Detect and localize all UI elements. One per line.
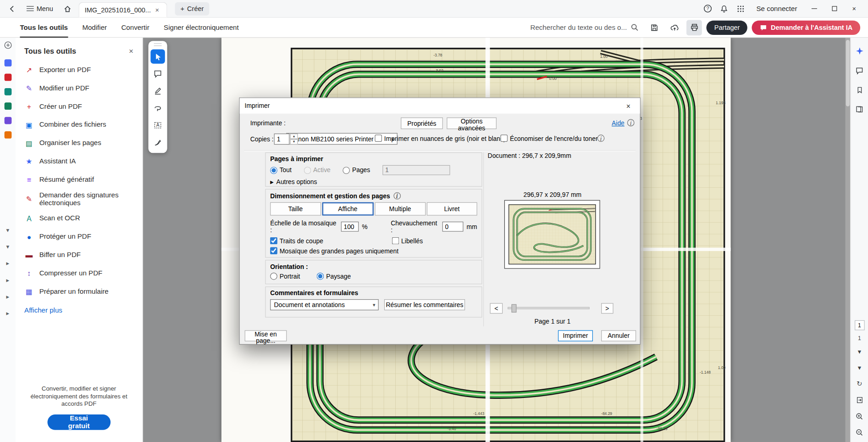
cancel-button[interactable]: Annuler (601, 330, 636, 341)
more-options-expander[interactable]: ▶ Autres options (270, 179, 477, 185)
page-mode-livret[interactable]: Livret (426, 202, 477, 216)
preview-prev-button[interactable]: < (490, 303, 503, 313)
comments-forms-select[interactable]: Document et annotations ▾ (270, 299, 379, 310)
vertical-scrollbar[interactable] (846, 38, 851, 442)
sidebar-item[interactable]: ▣Combiner des fichiers (16, 116, 142, 134)
sidebar-item[interactable]: ★Assistant IA (16, 152, 142, 171)
toolbar-tab-modifier[interactable]: Modifier (82, 17, 107, 37)
rotate-refresh-icon[interactable]: ↻ (853, 379, 866, 390)
comment-tool-button[interactable] (150, 67, 165, 81)
fit-page-icon[interactable] (853, 395, 866, 406)
help-info-icon[interactable]: i (627, 119, 635, 127)
summarize-comments-button[interactable]: Résumer les commentaires (384, 299, 465, 310)
tool-shortcut-purple-icon[interactable] (4, 117, 11, 124)
portrait-radio[interactable] (270, 273, 277, 280)
pages-active-radio[interactable] (304, 167, 311, 174)
document-tab[interactable]: IMG_20251016_000... × (78, 2, 167, 17)
toolbar-tab-tous-les-outils[interactable]: Tous les outils (20, 17, 68, 37)
ink-info-icon[interactable]: i (597, 134, 605, 142)
search-input[interactable]: Rechercher du texte ou des o... (527, 21, 642, 34)
sidebar-item[interactable]: ▦Préparer un formulaire (16, 282, 142, 301)
sidebar-item[interactable]: ≡Résumé génératif (16, 171, 142, 189)
copies-increment-icon[interactable]: ▲ (290, 134, 298, 139)
tile-large-pages-checkbox[interactable]: Mosaïque des grandes pages uniquement (270, 247, 398, 254)
help-link[interactable]: Aide (612, 120, 625, 126)
sidebar-item[interactable]: ▤Organiser les pages (16, 134, 142, 152)
print-dialog-titlebar[interactable]: Imprimer (240, 98, 640, 114)
labels-input[interactable] (392, 237, 399, 245)
back-icon[interactable] (6, 2, 19, 15)
labels-checkbox[interactable]: Libellés (392, 237, 423, 245)
pages-range-input[interactable] (382, 165, 450, 175)
cloud-upload-button[interactable] (667, 20, 682, 35)
orientation-portrait[interactable]: Portrait (270, 273, 300, 280)
chevron-right-icon[interactable]: ▸ (6, 260, 10, 267)
help-icon[interactable]: ? (701, 2, 714, 15)
save-ink-checkbox-input[interactable] (500, 134, 508, 142)
lasso-tool-button[interactable] (150, 101, 165, 115)
ai-assistant-button[interactable]: Demander à l'Assistant IA (752, 20, 860, 34)
edit-text-tool-button[interactable]: A (150, 118, 165, 132)
pages-option-tout[interactable]: Tout (270, 167, 292, 174)
chevron-right-icon[interactable]: ▸ (6, 276, 10, 284)
sidebar-item[interactable]: +Créer un PDF (16, 97, 142, 116)
copies-decrement-icon[interactable]: ▼ (290, 139, 298, 145)
pages-tout-radio[interactable] (270, 167, 277, 174)
comments-panel-icon[interactable] (853, 65, 866, 76)
slider-handle[interactable] (512, 304, 517, 313)
sidebar-item[interactable]: ↗Exporter un PDF (16, 61, 142, 79)
chevron-right-icon[interactable]: ▸ (6, 310, 10, 317)
tool-shortcut-blue-icon[interactable] (4, 59, 11, 67)
add-tools-icon[interactable] (3, 40, 13, 50)
zoom-in-icon[interactable] (853, 411, 866, 422)
sidebar-item[interactable]: ✎Modifier un PDF (16, 79, 142, 98)
maximize-button[interactable] (826, 1, 842, 16)
fill-sign-tool-button[interactable] (150, 135, 165, 150)
pages-option-pages[interactable]: Pages (343, 167, 370, 174)
pages-pages-radio[interactable] (343, 167, 350, 174)
grayscale-checkbox-input[interactable] (375, 134, 382, 142)
scrollbar-thumb[interactable] (846, 40, 850, 106)
toolbar-tab-signer-lectroniquement[interactable]: Signer électroniquement (164, 17, 239, 37)
share-button[interactable]: Partager (707, 20, 747, 34)
select-tool-button[interactable] (150, 49, 165, 63)
overlap-input[interactable] (442, 222, 463, 232)
print-dialog-close-icon[interactable]: × (617, 98, 640, 114)
paysage-radio[interactable] (317, 273, 324, 280)
cut-marks-input[interactable] (270, 237, 277, 245)
tool-shortcut-red-icon[interactable] (4, 74, 11, 81)
copies-input[interactable] (274, 134, 290, 145)
tile-scale-input[interactable] (341, 222, 359, 232)
grayscale-checkbox[interactable]: Imprimer en nuances de gris (noir et bla… (375, 134, 505, 142)
sidebar-item[interactable]: ↕Compresser un PDF (16, 264, 142, 283)
orientation-paysage[interactable]: Paysage (317, 273, 351, 280)
app-grid-icon[interactable] (734, 2, 747, 15)
sidebar-item[interactable]: ▬Biffer un PDF (16, 246, 142, 264)
sidebar-item[interactable]: AScan et OCR (16, 209, 142, 228)
sidebar-item[interactable]: ●Protéger un PDF (16, 228, 142, 246)
save-button[interactable] (647, 20, 663, 35)
menu-button[interactable]: Menu (23, 2, 56, 15)
sidebar-item[interactable]: ✎Demander des signatures électroniques (16, 189, 142, 209)
tool-shortcut-teal-icon[interactable] (4, 88, 11, 95)
close-window-button[interactable]: × (846, 1, 862, 16)
free-trial-button[interactable]: Essai gratuit (47, 414, 111, 430)
sizing-info-icon[interactable]: i (393, 192, 401, 200)
show-more-link[interactable]: Afficher plus (16, 301, 142, 319)
chevron-down-icon[interactable]: ▾ (6, 227, 10, 234)
tool-shortcut-green-icon[interactable] (4, 102, 11, 110)
palette-grip-handle[interactable] (154, 43, 162, 46)
advanced-options-button[interactable]: Options avancées (447, 117, 497, 129)
next-view-chevron-icon[interactable]: ▾ (853, 363, 866, 374)
previous-view-chevron-icon[interactable]: ▾ (853, 347, 866, 358)
page-mode-affiche[interactable]: Affiche (322, 202, 374, 216)
current-page-input[interactable]: 1 (854, 320, 864, 330)
pages-option-active[interactable]: Active (304, 167, 330, 174)
sidebar-close-icon[interactable]: × (129, 46, 133, 55)
print-button[interactable] (686, 20, 702, 35)
preview-page-slider[interactable] (508, 307, 590, 309)
page-mode-taille[interactable]: Taille (270, 202, 321, 216)
save-ink-checkbox[interactable]: Économiser de l'encre/du toner (500, 134, 597, 142)
create-button[interactable]: + Créer (175, 2, 210, 15)
toolbar-tab-convertir[interactable]: Convertir (121, 17, 149, 37)
